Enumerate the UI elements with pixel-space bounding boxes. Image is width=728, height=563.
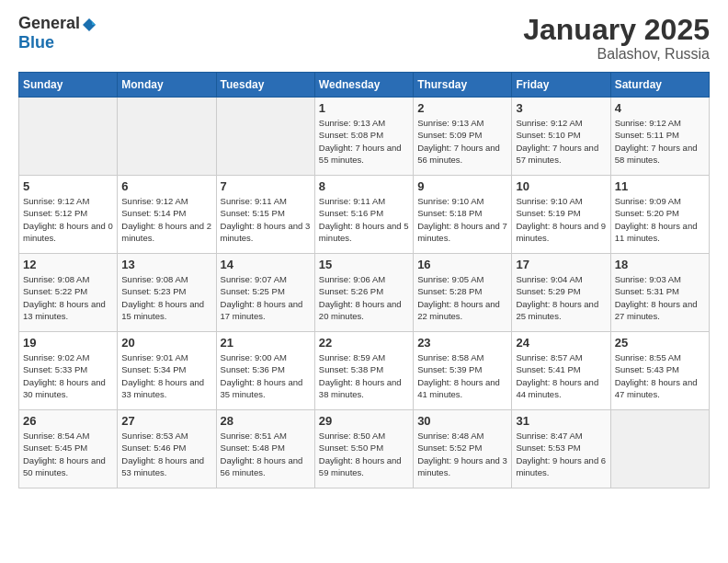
day-number: 10 (516, 179, 606, 193)
col-saturday: Saturday (610, 73, 709, 98)
day-number: 24 (516, 336, 606, 350)
day-info: Sunrise: 9:02 AMSunset: 5:33 PMDaylight:… (23, 351, 113, 400)
day-info: Sunrise: 9:11 AMSunset: 5:15 PMDaylight:… (221, 195, 311, 244)
week-row-3: 12Sunrise: 9:08 AMSunset: 5:22 PMDayligh… (19, 254, 710, 332)
logo-icon (81, 17, 97, 33)
week-row-5: 26Sunrise: 8:54 AMSunset: 5:45 PMDayligh… (19, 410, 710, 488)
calendar-cell: 5Sunrise: 9:12 AMSunset: 5:12 PMDaylight… (19, 176, 118, 254)
day-number: 26 (23, 414, 113, 428)
day-number: 9 (417, 179, 507, 193)
calendar-cell: 16Sunrise: 9:05 AMSunset: 5:28 PMDayligh… (414, 254, 512, 332)
day-number: 5 (23, 179, 113, 193)
day-info: Sunrise: 9:10 AMSunset: 5:18 PMDaylight:… (417, 195, 507, 244)
title-block: January 2025 Balashov, Russia (523, 14, 710, 63)
day-number: 1 (319, 101, 409, 115)
logo: General Blue (18, 14, 98, 52)
day-number: 19 (23, 336, 113, 350)
day-info: Sunrise: 9:11 AMSunset: 5:16 PMDaylight:… (319, 195, 409, 244)
calendar-cell: 18Sunrise: 9:03 AMSunset: 5:31 PMDayligh… (610, 254, 709, 332)
logo-block: General Blue (18, 14, 98, 52)
calendar-cell: 15Sunrise: 9:06 AMSunset: 5:26 PMDayligh… (314, 254, 413, 332)
day-info: Sunrise: 9:04 AMSunset: 5:29 PMDaylight:… (516, 273, 606, 322)
day-info: Sunrise: 9:12 AMSunset: 5:11 PMDaylight:… (615, 117, 705, 166)
day-info: Sunrise: 8:58 AMSunset: 5:39 PMDaylight:… (417, 351, 507, 400)
day-info: Sunrise: 9:07 AMSunset: 5:25 PMDaylight:… (221, 273, 311, 322)
calendar-cell: 24Sunrise: 8:57 AMSunset: 5:41 PMDayligh… (512, 332, 610, 410)
calendar-cell (610, 410, 709, 488)
day-number: 25 (615, 336, 705, 350)
day-number: 21 (221, 336, 311, 350)
calendar-table: Sunday Monday Tuesday Wednesday Thursday… (18, 72, 710, 488)
day-number: 30 (417, 414, 507, 428)
calendar-cell: 14Sunrise: 9:07 AMSunset: 5:25 PMDayligh… (216, 254, 314, 332)
location-title: Balashov, Russia (523, 46, 710, 63)
day-info: Sunrise: 8:48 AMSunset: 5:52 PMDaylight:… (417, 430, 507, 478)
calendar-cell: 2Sunrise: 9:13 AMSunset: 5:09 PMDaylight… (414, 98, 512, 176)
day-info: Sunrise: 9:08 AMSunset: 5:23 PMDaylight:… (121, 273, 211, 322)
calendar-cell: 31Sunrise: 8:47 AMSunset: 5:53 PMDayligh… (512, 410, 610, 488)
col-friday: Friday (512, 73, 610, 98)
calendar-cell: 12Sunrise: 9:08 AMSunset: 5:22 PMDayligh… (19, 254, 118, 332)
day-number: 2 (417, 101, 507, 115)
col-wednesday: Wednesday (314, 73, 413, 98)
day-number: 12 (23, 258, 113, 271)
day-info: Sunrise: 8:59 AMSunset: 5:38 PMDaylight:… (319, 351, 409, 400)
day-number: 28 (221, 414, 311, 428)
day-info: Sunrise: 9:03 AMSunset: 5:31 PMDaylight:… (615, 273, 705, 322)
calendar-cell: 25Sunrise: 8:55 AMSunset: 5:43 PMDayligh… (610, 332, 709, 410)
day-number: 14 (221, 258, 311, 271)
day-info: Sunrise: 9:01 AMSunset: 5:34 PMDaylight:… (121, 351, 211, 400)
calendar-cell: 17Sunrise: 9:04 AMSunset: 5:29 PMDayligh… (512, 254, 610, 332)
calendar-cell: 21Sunrise: 9:00 AMSunset: 5:36 PMDayligh… (216, 332, 314, 410)
day-number: 31 (516, 414, 606, 428)
calendar-cell: 7Sunrise: 9:11 AMSunset: 5:15 PMDaylight… (216, 176, 314, 254)
month-title: January 2025 (523, 14, 710, 46)
day-number: 20 (121, 336, 211, 350)
day-info: Sunrise: 8:55 AMSunset: 5:43 PMDaylight:… (615, 351, 705, 400)
calendar-cell: 4Sunrise: 9:12 AMSunset: 5:11 PMDaylight… (610, 98, 709, 176)
calendar-cell: 27Sunrise: 8:53 AMSunset: 5:46 PMDayligh… (118, 410, 216, 488)
week-row-1: 1Sunrise: 9:13 AMSunset: 5:08 PMDaylight… (19, 98, 710, 176)
day-number: 15 (319, 258, 409, 271)
day-info: Sunrise: 9:12 AMSunset: 5:12 PMDaylight:… (23, 195, 113, 244)
calendar-cell: 30Sunrise: 8:48 AMSunset: 5:52 PMDayligh… (414, 410, 512, 488)
day-number: 17 (516, 258, 606, 271)
calendar-cell: 9Sunrise: 9:10 AMSunset: 5:18 PMDaylight… (414, 176, 512, 254)
day-number: 22 (319, 336, 409, 350)
day-number: 23 (417, 336, 507, 350)
header: General Blue January 2025 Balashov, Russ… (18, 14, 710, 63)
calendar-cell: 11Sunrise: 9:09 AMSunset: 5:20 PMDayligh… (610, 176, 709, 254)
calendar-cell: 19Sunrise: 9:02 AMSunset: 5:33 PMDayligh… (19, 332, 118, 410)
calendar-cell (216, 98, 314, 176)
calendar-cell: 26Sunrise: 8:54 AMSunset: 5:45 PMDayligh… (19, 410, 118, 488)
day-info: Sunrise: 9:13 AMSunset: 5:08 PMDaylight:… (319, 117, 409, 166)
day-info: Sunrise: 8:54 AMSunset: 5:45 PMDaylight:… (23, 430, 113, 478)
col-monday: Monday (118, 73, 216, 98)
calendar-cell: 10Sunrise: 9:10 AMSunset: 5:19 PMDayligh… (512, 176, 610, 254)
day-number: 11 (615, 179, 705, 193)
logo-blue: Blue (18, 33, 54, 52)
day-info: Sunrise: 9:00 AMSunset: 5:36 PMDaylight:… (221, 351, 311, 400)
calendar-cell (19, 98, 118, 176)
calendar-cell (118, 98, 216, 176)
day-info: Sunrise: 9:05 AMSunset: 5:28 PMDaylight:… (417, 273, 507, 322)
day-info: Sunrise: 8:57 AMSunset: 5:41 PMDaylight:… (516, 351, 606, 400)
day-info: Sunrise: 8:53 AMSunset: 5:46 PMDaylight:… (121, 430, 211, 478)
day-number: 7 (221, 179, 311, 193)
day-number: 6 (121, 179, 211, 193)
col-thursday: Thursday (414, 73, 512, 98)
calendar-cell: 23Sunrise: 8:58 AMSunset: 5:39 PMDayligh… (414, 332, 512, 410)
col-tuesday: Tuesday (216, 73, 314, 98)
week-row-2: 5Sunrise: 9:12 AMSunset: 5:12 PMDaylight… (19, 176, 710, 254)
day-info: Sunrise: 9:13 AMSunset: 5:09 PMDaylight:… (417, 117, 507, 166)
day-info: Sunrise: 9:06 AMSunset: 5:26 PMDaylight:… (319, 273, 409, 322)
day-info: Sunrise: 9:08 AMSunset: 5:22 PMDaylight:… (23, 273, 113, 322)
day-number: 27 (121, 414, 211, 428)
page: General Blue January 2025 Balashov, Russ… (0, 0, 728, 498)
header-row: Sunday Monday Tuesday Wednesday Thursday… (19, 73, 710, 98)
calendar-cell: 1Sunrise: 9:13 AMSunset: 5:08 PMDaylight… (314, 98, 413, 176)
calendar-cell: 20Sunrise: 9:01 AMSunset: 5:34 PMDayligh… (118, 332, 216, 410)
calendar-cell: 28Sunrise: 8:51 AMSunset: 5:48 PMDayligh… (216, 410, 314, 488)
calendar-cell: 6Sunrise: 9:12 AMSunset: 5:14 PMDaylight… (118, 176, 216, 254)
day-info: Sunrise: 9:09 AMSunset: 5:20 PMDaylight:… (615, 195, 705, 244)
